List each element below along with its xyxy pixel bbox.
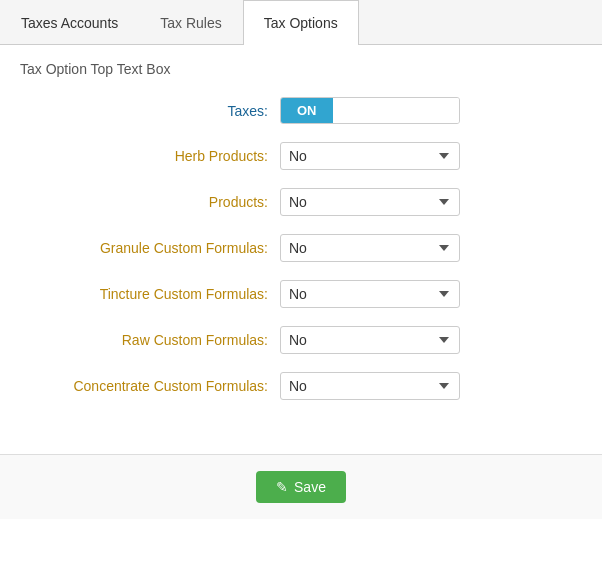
raw-label: Raw Custom Formulas: [20, 332, 280, 348]
concentrate-select[interactable]: No Yes [280, 372, 460, 400]
tincture-select[interactable]: No Yes [280, 280, 460, 308]
tab-tax-rules[interactable]: Tax Rules [139, 0, 242, 45]
tab-taxes-accounts[interactable]: Taxes Accounts [0, 0, 139, 45]
taxes-toggle[interactable]: ON [280, 97, 460, 124]
granule-label: Granule Custom Formulas: [20, 240, 280, 256]
concentrate-label: Concentrate Custom Formulas: [20, 378, 280, 394]
tab-bar: Taxes Accounts Tax Rules Tax Options [0, 0, 602, 45]
concentrate-row: Concentrate Custom Formulas: No Yes [20, 372, 582, 400]
herb-products-label: Herb Products: [20, 148, 280, 164]
raw-row: Raw Custom Formulas: No Yes [20, 326, 582, 354]
tincture-row: Tincture Custom Formulas: No Yes [20, 280, 582, 308]
products-select[interactable]: No Yes [280, 188, 460, 216]
herb-products-row: Herb Products: No Yes [20, 142, 582, 170]
toggle-off-button[interactable] [333, 98, 460, 123]
taxes-label: Taxes: [20, 103, 280, 119]
save-button[interactable]: ✎ Save [256, 471, 346, 503]
products-label: Products: [20, 194, 280, 210]
raw-select[interactable]: No Yes [280, 326, 460, 354]
save-label: Save [294, 479, 326, 495]
tab-tax-options[interactable]: Tax Options [243, 0, 359, 45]
granule-row: Granule Custom Formulas: No Yes [20, 234, 582, 262]
products-row: Products: No Yes [20, 188, 582, 216]
footer: ✎ Save [0, 454, 602, 519]
granule-select[interactable]: No Yes [280, 234, 460, 262]
main-content: Tax Option Top Text Box Taxes: ON Herb P… [0, 45, 602, 434]
tincture-label: Tincture Custom Formulas: [20, 286, 280, 302]
save-icon: ✎ [276, 479, 288, 495]
herb-products-select[interactable]: No Yes [280, 142, 460, 170]
section-title: Tax Option Top Text Box [20, 61, 582, 77]
taxes-row: Taxes: ON [20, 97, 582, 124]
toggle-on-button[interactable]: ON [281, 98, 333, 123]
